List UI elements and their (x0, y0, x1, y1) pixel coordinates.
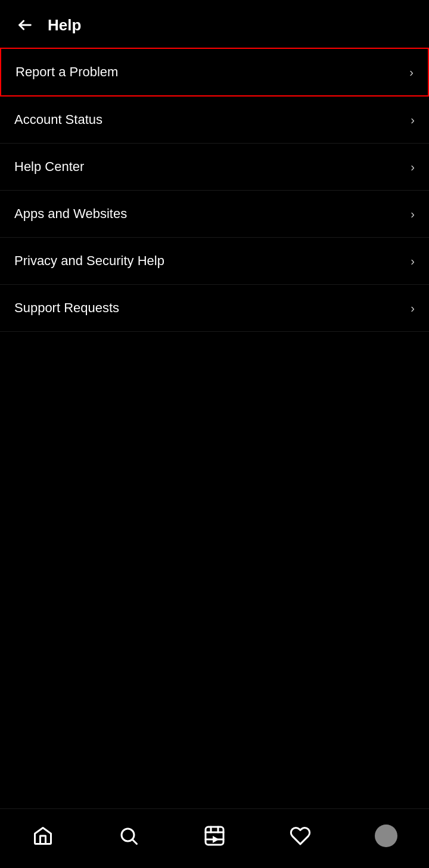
menu-item-help-center[interactable]: Help Center › (0, 144, 429, 191)
nav-profile[interactable] (368, 818, 404, 854)
home-icon (32, 825, 54, 847)
header: Help (0, 0, 429, 48)
menu-item-label: Report a Problem (15, 64, 118, 80)
menu-item-label: Apps and Websites (14, 206, 127, 222)
page-title: Help (48, 16, 81, 35)
heart-icon (290, 825, 311, 847)
svg-rect-3 (206, 827, 223, 845)
search-icon (118, 825, 139, 847)
nav-search[interactable] (111, 818, 147, 854)
back-arrow-icon (17, 17, 33, 33)
svg-marker-8 (213, 836, 219, 843)
back-button[interactable] (12, 12, 38, 38)
menu-item-privacy-security[interactable]: Privacy and Security Help › (0, 238, 429, 285)
menu-item-label: Privacy and Security Help (14, 253, 164, 269)
menu-item-report-problem[interactable]: Report a Problem › (0, 48, 429, 97)
nav-activity[interactable] (282, 818, 318, 854)
menu-item-label: Help Center (14, 159, 84, 175)
profile-avatar (375, 825, 397, 847)
bottom-nav (0, 808, 429, 868)
reels-icon (204, 825, 225, 847)
chevron-right-icon: › (411, 301, 415, 315)
menu-item-support-requests[interactable]: Support Requests › (0, 285, 429, 332)
svg-point-1 (122, 829, 134, 841)
menu-list: Report a Problem › Account Status › Help… (0, 48, 429, 808)
chevron-right-icon: › (411, 160, 415, 174)
chevron-right-icon: › (409, 66, 414, 79)
menu-item-apps-websites[interactable]: Apps and Websites › (0, 191, 429, 238)
menu-item-account-status[interactable]: Account Status › (0, 97, 429, 144)
menu-item-label: Support Requests (14, 300, 119, 316)
chevron-right-icon: › (411, 113, 415, 127)
svg-line-2 (133, 839, 137, 844)
nav-home[interactable] (25, 818, 61, 854)
menu-item-label: Account Status (14, 112, 102, 127)
chevron-right-icon: › (411, 207, 415, 221)
nav-reels[interactable] (197, 818, 232, 854)
chevron-right-icon: › (411, 254, 415, 268)
